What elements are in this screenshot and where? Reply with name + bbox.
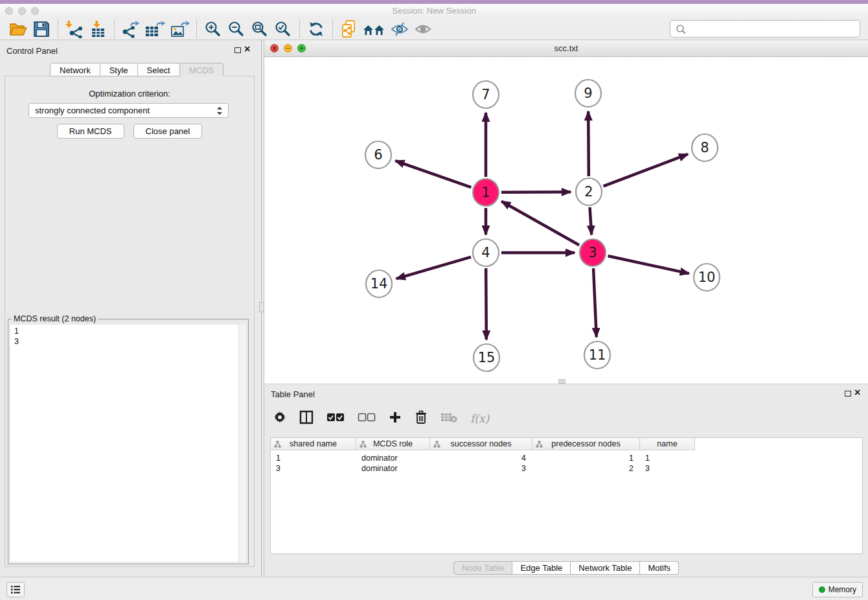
node-label-6: 6 xyxy=(374,147,382,163)
task-history-button[interactable] xyxy=(6,582,25,597)
tab-mcds[interactable]: MCDS xyxy=(180,63,223,76)
control-panel-title: Control Panel xyxy=(6,46,58,56)
edge-1-6[interactable] xyxy=(395,161,471,187)
control-panel-header: Control Panel × xyxy=(0,40,259,61)
status-bar: Memory xyxy=(0,577,868,600)
window-titlebar: Session: New Session xyxy=(0,4,868,19)
hide-selected-eye-slash-icon[interactable] xyxy=(388,19,411,40)
tab-network-table[interactable]: Network Table xyxy=(571,561,640,575)
tab-node-table[interactable]: Node Table xyxy=(453,561,513,575)
export-image-icon[interactable] xyxy=(168,19,192,40)
splitter-grip[interactable] xyxy=(259,302,264,312)
table-panel-title: Table Panel xyxy=(271,389,315,399)
search-input[interactable] xyxy=(689,22,860,36)
toolbar-separator xyxy=(114,20,115,38)
mcds-result-scrollbar[interactable] xyxy=(238,325,246,562)
optimization-criterion-label: Optimization criterion: xyxy=(0,89,259,98)
window-title: Session: New Session xyxy=(0,6,868,16)
import-table-icon[interactable] xyxy=(86,19,109,40)
run-mcds-button[interactable]: Run MCDS xyxy=(57,124,124,139)
control-panel: Control Panel × Network Style Select MCD… xyxy=(0,40,259,577)
node-table[interactable]: shared name MCDS role successor nodes pr… xyxy=(270,437,863,554)
export-table-icon[interactable] xyxy=(143,19,168,40)
table-row[interactable]: 3 dominator 3 2 3 xyxy=(271,463,695,474)
close-panel-icon[interactable]: × xyxy=(244,43,250,56)
node-label-9: 9 xyxy=(584,86,592,101)
node-label-8: 8 xyxy=(700,140,709,156)
edge-4-14[interactable] xyxy=(396,257,471,279)
edge-3-11[interactable] xyxy=(593,268,597,337)
column-header-successor-nodes[interactable]: successor nodes xyxy=(430,438,532,450)
node-label-1: 1 xyxy=(481,185,490,200)
deselect-all-checkboxes-icon[interactable] xyxy=(358,413,376,424)
export-network-icon[interactable] xyxy=(119,19,143,40)
edge-3-1[interactable] xyxy=(501,202,579,245)
clone-network-icon[interactable] xyxy=(337,19,361,40)
zoom-selected-icon[interactable] xyxy=(271,19,295,40)
optimization-criterion-dropdown[interactable]: strongly connected component xyxy=(29,103,229,118)
settings-gear-icon[interactable] xyxy=(273,411,286,426)
tab-select[interactable]: Select xyxy=(138,63,180,76)
tab-style[interactable]: Style xyxy=(100,63,138,76)
node-label-3: 3 xyxy=(588,245,597,260)
memory-button[interactable]: Memory xyxy=(812,582,863,597)
close-panel-button[interactable]: Close panel xyxy=(133,124,203,139)
zoom-out-icon[interactable] xyxy=(225,19,248,40)
zoom-in-icon[interactable] xyxy=(201,19,225,40)
close-table-panel-icon[interactable]: × xyxy=(854,386,860,399)
node-label-10: 10 xyxy=(698,270,716,285)
show-all-eye-icon[interactable] xyxy=(411,19,435,40)
list-icon xyxy=(10,585,21,594)
panel-splitter-vertical[interactable] xyxy=(259,40,264,577)
open-folder-icon[interactable] xyxy=(6,19,30,40)
panel-splitter-horizontal-grip[interactable] xyxy=(558,379,565,384)
mcds-result-fieldset: MCDS result (2 nodes) 1 3 xyxy=(8,319,249,564)
tab-motifs[interactable]: Motifs xyxy=(640,561,679,575)
edge-1-2[interactable] xyxy=(501,192,571,192)
table-row[interactable]: 1 dominator 4 1 1 xyxy=(271,453,695,463)
edge-3-10[interactable] xyxy=(608,256,689,273)
select-all-checkboxes-icon[interactable] xyxy=(326,413,345,424)
node-label-4: 4 xyxy=(481,245,490,260)
memory-label: Memory xyxy=(828,585,856,594)
column-header-shared-name[interactable]: shared name xyxy=(271,438,356,450)
network-window-title: scc.txt xyxy=(264,43,868,53)
tab-network[interactable]: Network xyxy=(50,63,100,76)
column-header-name[interactable]: name xyxy=(640,438,695,450)
toolbar-separator xyxy=(299,20,300,38)
first-neighbors-icon[interactable] xyxy=(361,19,388,40)
node-label-2: 2 xyxy=(584,184,593,200)
add-column-icon[interactable] xyxy=(389,411,402,426)
mcds-result-title: MCDS result (2 nodes) xyxy=(12,314,98,323)
search-icon xyxy=(674,23,689,35)
control-panel-tabs: Network Style Select MCDS xyxy=(50,63,223,76)
float-panel-icon[interactable] xyxy=(234,47,241,53)
zoom-fit-icon[interactable] xyxy=(248,19,271,40)
node-label-14: 14 xyxy=(371,276,388,292)
main-toolbar xyxy=(0,18,868,40)
save-session-icon[interactable] xyxy=(30,19,53,40)
edge-4-15[interactable] xyxy=(486,268,486,340)
toolbar-separator xyxy=(58,20,58,38)
refresh-layout-icon[interactable] xyxy=(304,19,328,40)
dropdown-value: strongly connected component xyxy=(29,106,216,115)
memory-status-icon xyxy=(819,586,825,593)
table-toolbar: f(x) xyxy=(273,406,489,431)
network-canvas[interactable]: 1234678910111415 xyxy=(264,57,868,384)
network-window-titlebar[interactable]: x – + scc.txt xyxy=(264,40,868,57)
mcds-result-text[interactable]: 1 3 xyxy=(10,325,246,562)
column-header-predecessor-nodes[interactable]: predecessor nodes xyxy=(532,438,640,450)
search-box[interactable] xyxy=(670,20,860,38)
delete-column-trash-icon[interactable] xyxy=(415,410,428,427)
table-panel-tabs: Node Table Edge Table Network Table Moti… xyxy=(264,561,868,575)
node-label-11: 11 xyxy=(589,347,606,363)
edge-2-9[interactable] xyxy=(588,111,589,176)
edge-2-3[interactable] xyxy=(590,207,592,235)
show-columns-icon[interactable] xyxy=(299,410,314,427)
function-builder-icon: f(x) xyxy=(470,412,489,425)
tab-edge-table[interactable]: Edge Table xyxy=(512,561,571,575)
column-header-mcds-role[interactable]: MCDS role xyxy=(356,438,430,450)
edge-2-8[interactable] xyxy=(603,154,687,187)
float-table-panel-icon[interactable] xyxy=(845,391,851,397)
import-network-icon[interactable] xyxy=(63,19,86,40)
